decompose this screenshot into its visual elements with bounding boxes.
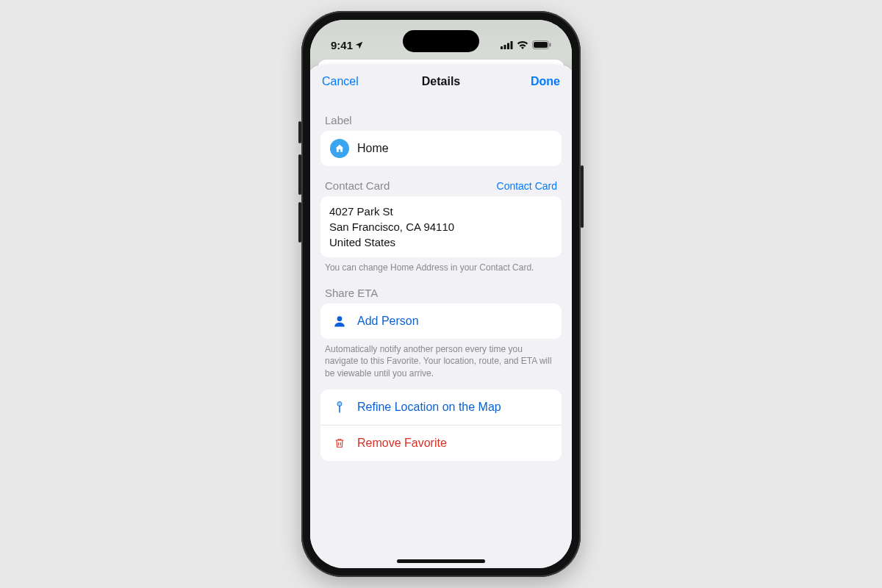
done-button[interactable]: Done	[516, 75, 560, 88]
address-line3: United States	[329, 234, 553, 250]
wifi-icon	[517, 40, 528, 49]
sheet-title: Details	[366, 75, 516, 88]
actions-card: Refine Location on the Map Remove Favori…	[320, 390, 562, 461]
side-button-volume-down	[298, 202, 301, 243]
contact-header-text: Contact Card	[325, 179, 390, 192]
home-icon	[330, 139, 349, 158]
dynamic-island	[403, 30, 479, 52]
contact-card: 4027 Park St San Francisco, CA 94110 Uni…	[320, 196, 562, 257]
share-card: Add Person	[320, 304, 562, 339]
svg-rect-1	[504, 45, 506, 49]
nav-bar: Cancel Details Done	[310, 65, 572, 98]
location-icon	[354, 40, 364, 50]
sheet-content: Label Home Contact Card Contact Card	[310, 98, 572, 568]
add-person-label: Add Person	[357, 315, 553, 328]
svg-rect-0	[501, 46, 503, 49]
svg-rect-3	[511, 41, 513, 49]
svg-rect-5	[534, 42, 548, 48]
side-button-power	[581, 165, 584, 228]
map-pin-icon	[329, 397, 350, 417]
svg-point-7	[337, 317, 343, 322]
side-button-silent	[298, 121, 301, 143]
address-block[interactable]: 4027 Park St San Francisco, CA 94110 Uni…	[320, 196, 562, 257]
phone-frame: 9:41 Cancel Details Done Label	[301, 11, 581, 577]
svg-rect-2	[507, 43, 509, 49]
home-indicator[interactable]	[397, 559, 485, 563]
label-header: Label	[320, 101, 562, 131]
share-footer: Automatically notify another person ever…	[320, 339, 562, 379]
label-card: Home	[320, 131, 562, 166]
contact-footer: You can change Home Address in your Cont…	[320, 257, 562, 273]
battery-icon	[532, 40, 551, 49]
contact-card-link[interactable]: Contact Card	[497, 180, 557, 192]
refine-location-row[interactable]: Refine Location on the Map	[320, 390, 562, 425]
cellular-icon	[501, 41, 513, 49]
svg-rect-6	[550, 43, 551, 47]
label-header-text: Label	[325, 114, 352, 126]
remove-favorite-row[interactable]: Remove Favorite	[320, 425, 562, 461]
refine-location-label: Refine Location on the Map	[357, 401, 553, 414]
add-person-row[interactable]: Add Person	[320, 304, 562, 339]
person-icon	[329, 311, 350, 331]
label-row[interactable]: Home	[320, 131, 562, 166]
status-time: 9:41	[331, 39, 353, 51]
contact-header: Contact Card Contact Card	[320, 166, 562, 196]
side-button-volume-up	[298, 154, 301, 195]
phone-screen: 9:41 Cancel Details Done Label	[310, 20, 572, 568]
remove-favorite-label: Remove Favorite	[357, 437, 553, 450]
label-value: Home	[357, 142, 553, 155]
address-line1: 4027 Park St	[329, 204, 553, 219]
cancel-button[interactable]: Cancel	[322, 75, 366, 88]
svg-point-8	[337, 401, 342, 406]
share-header-text: Share ETA	[325, 287, 378, 299]
details-sheet: Cancel Details Done Label Home	[310, 65, 572, 568]
share-header: Share ETA	[320, 273, 562, 304]
trash-icon	[329, 433, 350, 453]
address-line2: San Francisco, CA 94110	[329, 219, 553, 234]
